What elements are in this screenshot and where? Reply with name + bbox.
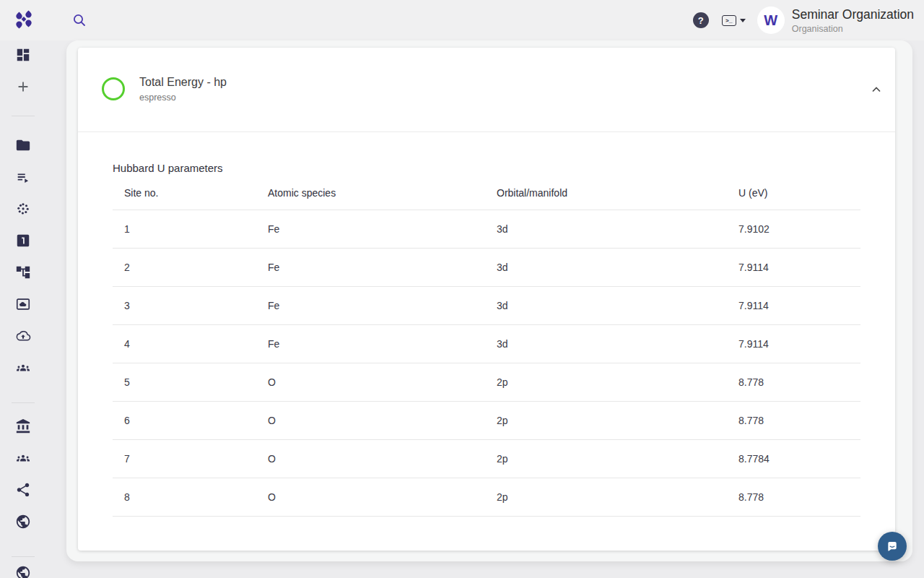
cloud-upload-icon[interactable] — [15, 328, 31, 344]
table-cell: 8.778 — [727, 401, 860, 439]
table-cell: 3d — [485, 248, 727, 286]
table-cell: Fe — [256, 210, 485, 248]
col-header-orbital: Orbital/manifold — [485, 177, 727, 210]
search-icon[interactable] — [71, 12, 88, 29]
table-cell: 7.9102 — [727, 210, 860, 248]
sidebar-divider — [12, 116, 35, 116]
share-icon[interactable] — [15, 482, 31, 498]
table-row: 3Fe3d7.9114 — [113, 286, 860, 324]
table-row: 1Fe3d7.9102 — [113, 210, 860, 248]
table-cell: 4 — [113, 324, 256, 363]
table-cell: 6 — [113, 401, 256, 439]
table-row: 5O2p8.778 — [113, 363, 860, 401]
table-row: 8O2p8.778 — [113, 478, 860, 516]
table-cell: 7.9114 — [727, 248, 860, 286]
table-cell: 5 — [113, 363, 256, 401]
members-icon[interactable] — [15, 450, 31, 466]
groups-icon[interactable] — [15, 360, 31, 376]
terminal-icon: >_ — [722, 15, 736, 26]
explore-globe-icon[interactable] — [15, 514, 31, 530]
table-cell: O — [256, 439, 485, 478]
sidebar-nav — [0, 40, 46, 578]
divider — [78, 131, 895, 132]
table-cell: 8.778 — [727, 478, 860, 516]
sidebar-divider — [12, 556, 35, 557]
table-cell: 2 — [113, 248, 256, 286]
section-title: Hubbard U parameters — [113, 162, 223, 174]
table-cell: 7.9114 — [727, 324, 860, 363]
card-subtitle: espresso — [139, 92, 176, 103]
org-info[interactable]: Seminar Organization Organisation — [792, 7, 914, 34]
chevron-down-icon — [740, 19, 746, 22]
looks-one-icon[interactable] — [15, 233, 31, 249]
org-name: Seminar Organization — [792, 7, 914, 22]
hubbard-table: Site no. Atomic species Orbital/manifold… — [113, 177, 860, 517]
add-icon[interactable] — [15, 79, 31, 95]
col-header-species: Atomic species — [256, 177, 485, 210]
table-cell: 3 — [113, 286, 256, 324]
col-header-site: Site no. — [113, 177, 256, 210]
table-cell: O — [256, 363, 485, 401]
table-cell: Fe — [256, 286, 485, 324]
table-body: 1Fe3d7.91022Fe3d7.91143Fe3d7.91144Fe3d7.… — [113, 210, 860, 516]
cloud-frame-icon[interactable] — [15, 296, 31, 312]
terminal-menu-button[interactable]: >_ — [722, 15, 746, 26]
table-row: 2Fe3d7.9114 — [113, 248, 860, 286]
folder-icon[interactable] — [15, 137, 31, 153]
process-card: Total Energy - hp espresso Hubbard U par… — [78, 48, 895, 551]
institution-icon[interactable] — [15, 418, 31, 434]
table-cell: Fe — [256, 324, 485, 363]
sidebar-divider — [12, 402, 35, 403]
workflow-tree-icon[interactable] — [15, 264, 31, 280]
table-cell: 2p — [485, 439, 727, 478]
avatar[interactable]: W — [757, 7, 785, 34]
table-row: 6O2p8.778 — [113, 401, 860, 439]
job-list-icon[interactable] — [15, 169, 31, 185]
table-cell: 3d — [485, 286, 727, 324]
table-header-row: Site no. Atomic species Orbital/manifold… — [113, 177, 860, 210]
help-icon[interactable]: ? — [693, 12, 709, 28]
provenance-dots-icon[interactable] — [15, 201, 31, 217]
table-cell: 8.778 — [727, 363, 860, 401]
table-cell: 8 — [113, 478, 256, 516]
table-row: 4Fe3d7.9114 — [113, 324, 860, 363]
status-ring-icon — [102, 77, 125, 100]
table-cell: 3d — [485, 210, 727, 248]
col-header-u: U (eV) — [727, 177, 860, 210]
table-cell: O — [256, 478, 485, 516]
table-cell: 2p — [485, 401, 727, 439]
dashboard-icon[interactable] — [15, 47, 31, 63]
explore-globe-partial-icon[interactable] — [15, 565, 31, 578]
table-cell: O — [256, 401, 485, 439]
table-cell: 1 — [113, 210, 256, 248]
chat-launcher-button[interactable] — [878, 532, 907, 561]
card-title: Total Energy - hp — [139, 75, 227, 89]
table-cell: Fe — [256, 248, 485, 286]
table-row: 7O2p8.7784 — [113, 439, 860, 478]
table-cell: 3d — [485, 324, 727, 363]
org-type-label: Organisation — [792, 24, 914, 34]
app-logo-icon[interactable] — [13, 9, 35, 31]
top-bar: ? >_ W Seminar Organization Organisation — [0, 0, 924, 40]
chevron-up-icon[interactable] — [868, 81, 885, 98]
table-cell: 8.7784 — [727, 439, 860, 478]
table-cell: 2p — [485, 363, 727, 401]
table-cell: 2p — [485, 478, 727, 516]
table-cell: 7 — [113, 439, 256, 478]
table-cell: 7.9114 — [727, 286, 860, 324]
